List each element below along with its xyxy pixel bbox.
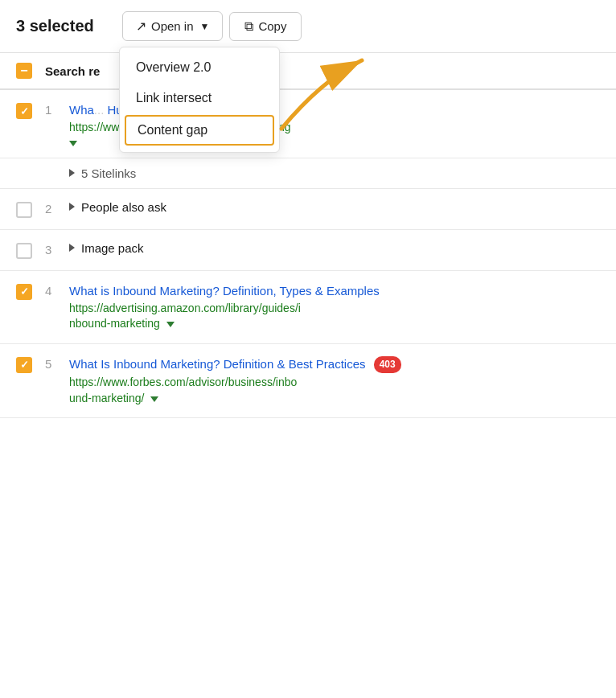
checkbox-1[interactable] [16, 103, 32, 119]
row-title-4[interactable]: What is Inbound Marketing? Definition, T… [69, 284, 380, 298]
copy-button[interactable]: ⧉ Copy [229, 12, 302, 41]
expand-triangle-icon-3 [69, 244, 75, 252]
row-content-4: What is Inbound Marketing? Definition, T… [69, 282, 600, 332]
row-num-5: 5 [45, 355, 69, 371]
dropdown-item-overview[interactable]: Overview 2.0 [120, 52, 279, 83]
row-num-4: 4 [45, 282, 69, 298]
copy-icon: ⧉ [244, 19, 253, 34]
checkbox-area-5 [16, 355, 45, 373]
table-row: 4 What is Inbound Marketing? Definition,… [0, 271, 616, 344]
minus-checkbox[interactable] [16, 63, 32, 79]
expand-triangle-icon [69, 141, 77, 146]
selected-count: 3 selected [16, 17, 113, 35]
open-in-label: Open in [151, 19, 194, 33]
url-expand-icon-5 [150, 396, 158, 402]
checkbox-area-2 [16, 200, 45, 218]
row-content-5: What Is Inbound Marketing? Definition & … [69, 355, 600, 407]
people-also-ask-label: People also ask [81, 200, 166, 214]
copy-label: Copy [258, 19, 286, 33]
checkbox-2[interactable] [16, 202, 32, 218]
table-row: 2 People also ask [0, 189, 616, 230]
url-expand-icon-4 [166, 322, 175, 327]
open-in-button[interactable]: ↗ Open in ▼ [122, 11, 223, 41]
row-num-3: 3 [45, 241, 69, 257]
checkbox-area-4 [16, 282, 45, 300]
column-header-search: Search re [45, 64, 100, 78]
checkbox-area-1 [16, 101, 45, 119]
checkbox-4[interactable] [16, 284, 32, 300]
sitelinks-triangle-icon [69, 169, 75, 177]
row-content-2: People also ask [69, 200, 600, 214]
row-title-5[interactable]: What Is Inbound Marketing? Definition & … [69, 357, 401, 371]
checkbox-3[interactable] [16, 243, 32, 259]
toolbar-buttons: ↗ Open in ▼ ⧉ Copy [122, 11, 302, 41]
row-url-5: https://www.forbes.com/advisor/business/… [69, 375, 600, 406]
sitelinks-label: 5 Sitelinks [81, 166, 136, 180]
badge-403: 403 [374, 356, 401, 373]
row-num-2: 2 [45, 200, 69, 216]
expand-triangle-icon-2 [69, 203, 75, 211]
chevron-down-icon: ▼ [200, 21, 210, 32]
dropdown-menu: Overview 2.0 Link intersect Content gap [119, 47, 280, 153]
toolbar: 3 selected ↗ Open in ▼ ⧉ Copy Overview 2… [0, 0, 616, 53]
row-content-3: Image pack [69, 241, 600, 255]
row-num-1: 1 [45, 101, 69, 117]
dropdown-item-content-gap[interactable]: Content gap [125, 115, 274, 146]
dropdown-item-link-intersect[interactable]: Link intersect [120, 83, 279, 113]
checkbox-5[interactable] [16, 357, 32, 373]
table-header: Search re [0, 53, 616, 90]
table-row: 1 Wha... HubSpot https://www.hubspot.com… [0, 90, 616, 158]
row-url-4: https://advertising.amazon.com/library/g… [69, 301, 600, 332]
table-row: 3 Image pack [0, 230, 616, 271]
table-row: 5 What Is Inbound Marketing? Definition … [0, 344, 616, 419]
checkbox-area-3 [16, 241, 45, 259]
open-in-icon: ↗ [136, 18, 146, 34]
image-pack-label: Image pack [81, 241, 144, 255]
sitelinks-row[interactable]: 5 Sitelinks [0, 158, 616, 189]
